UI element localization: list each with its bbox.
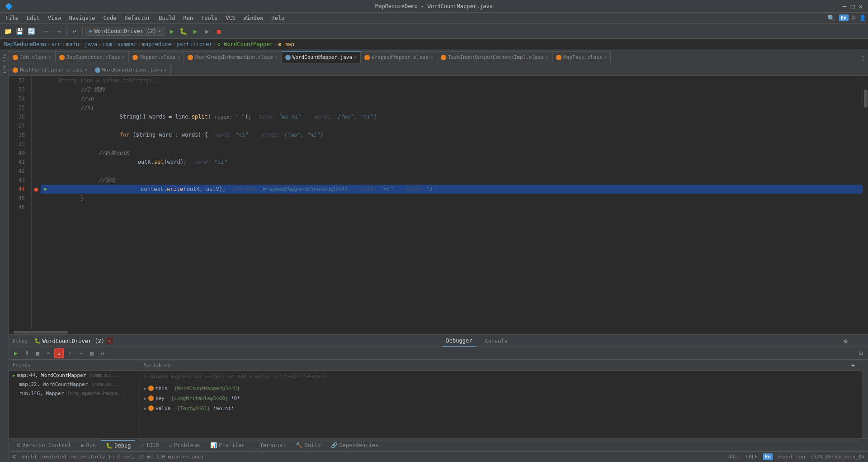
run-config-dropdown[interactable]: ▶ WordCountDriver (2) ▾ xyxy=(85,27,165,36)
pause-button[interactable]: ⏸ xyxy=(22,348,32,358)
debug-minimize-button[interactable]: ─ xyxy=(854,336,864,346)
menu-run[interactable]: Run xyxy=(179,14,197,22)
close-button[interactable]: ✕ xyxy=(857,3,864,10)
tab-job-class[interactable]: Job.class ✕ xyxy=(9,51,56,63)
breadcrumb-partitioner[interactable]: partitioner xyxy=(176,41,212,48)
tab-mapper[interactable]: Mapper.class ✕ xyxy=(129,51,184,63)
breadcrumb-mapreducedemo[interactable]: MapReduceDemo xyxy=(4,41,46,48)
debug-button[interactable]: 🐛 xyxy=(179,26,189,36)
step-into-button[interactable]: ↓ xyxy=(54,348,64,358)
tab-wrappedmapper[interactable]: WrappedMapper.class ✕ xyxy=(361,51,437,63)
step-over-button[interactable]: ↷ xyxy=(43,348,53,358)
tab-close-hashpartitioner[interactable]: ✕ xyxy=(85,67,87,72)
breadcrumb-main[interactable]: main xyxy=(66,41,79,48)
tab-usergroupinfo[interactable]: UserGroupInformation.class ✕ xyxy=(184,51,281,63)
bottom-tab-run[interactable]: ▶ Run xyxy=(76,440,100,450)
breadcrumb-mapreduce[interactable]: mapreduce xyxy=(142,41,171,48)
bottom-tab-terminal[interactable]: _ Terminal xyxy=(250,440,290,450)
breadcrumb-map[interactable]: ⚙ map xyxy=(278,41,294,48)
editor-hscrollbar[interactable] xyxy=(9,330,868,334)
search-icon[interactable]: 🔍 xyxy=(826,13,836,23)
save-all-button[interactable]: 💾 xyxy=(14,26,24,36)
tabs-overflow-button[interactable]: ⋮ xyxy=(858,53,868,63)
project-icon[interactable]: 📁 xyxy=(3,26,13,36)
step-out-button[interactable]: ↑ xyxy=(65,348,75,358)
tab-close-jobsubmitter[interactable]: ✕ xyxy=(122,55,125,60)
menu-help[interactable]: Help xyxy=(268,14,288,22)
frame-item-0[interactable]: ▶ map:44, WordCountMapper (com.su... xyxy=(9,371,140,380)
breadcrumb-summer[interactable]: summer xyxy=(117,41,137,48)
code-content[interactable]: String line = value.toString(); //2 切割 /… xyxy=(41,76,863,330)
tab-jobsubmitter[interactable]: JobSubmitter.class ✕ xyxy=(56,51,129,63)
bottom-tab-todo[interactable]: ✓ TODO xyxy=(136,440,163,450)
stop-button[interactable]: ■ xyxy=(214,26,224,36)
tab-hashpartitioner[interactable]: HashPartitioner.class ✕ xyxy=(9,64,91,76)
run-to-cursor-button[interactable]: ⇢ xyxy=(76,348,86,358)
bottom-tab-problems[interactable]: ⚠ Problems xyxy=(165,440,205,450)
add-watch-button[interactable]: + xyxy=(848,360,858,370)
project-sidebar-toggle[interactable]: Project xyxy=(0,50,9,462)
editor-vscrollbar[interactable] xyxy=(863,76,868,330)
minimize-button[interactable]: ─ xyxy=(841,3,848,10)
menu-build[interactable]: Build xyxy=(155,14,179,22)
coverage-button[interactable]: ▶ xyxy=(190,26,200,36)
rerun-button[interactable]: ↺ xyxy=(98,348,108,358)
resume-button[interactable]: ▶ xyxy=(11,348,21,358)
frame-item-2[interactable]: run:146, Mapper (org.apache.hadoo... xyxy=(9,389,140,398)
frame-item-1[interactable]: map:22, WordCountMapper (com.su... xyxy=(9,380,140,389)
bottom-tab-dependencies[interactable]: 🔗 Dependencies xyxy=(326,440,383,450)
bottom-tab-versioncontrol[interactable]: ⑆ Version Control xyxy=(13,440,75,450)
tab-close-usergroupinfo[interactable]: ✕ xyxy=(275,55,278,60)
breadcrumb-com[interactable]: com xyxy=(102,41,112,48)
window-controls[interactable]: ─ □ ✕ xyxy=(841,3,864,10)
menu-view[interactable]: View xyxy=(44,14,65,22)
menu-tools[interactable]: Tools xyxy=(198,14,221,22)
breadcrumb-wordcountmapper[interactable]: ⚙ WordCountMapper xyxy=(217,41,273,48)
tab-close-wrappedmapper[interactable]: ✕ xyxy=(430,55,433,60)
frames-expand-button[interactable]: ⊞ xyxy=(856,348,866,358)
tab-close-maptask[interactable]: ✕ xyxy=(604,55,607,60)
back-button[interactable]: ← xyxy=(42,26,52,36)
debug-tab-console[interactable]: Console xyxy=(480,336,512,346)
forward-button[interactable]: → xyxy=(54,26,64,36)
tab-wordcountmapper[interactable]: WordCountMapper.java ✕ xyxy=(282,51,361,63)
menu-window[interactable]: Window xyxy=(240,14,267,22)
menu-code[interactable]: Code xyxy=(100,14,120,22)
maximize-button[interactable]: □ xyxy=(849,3,856,10)
var-item-this[interactable]: ▶ this = {WordCountMapper@3448} xyxy=(140,383,862,393)
event-log[interactable]: Event Log xyxy=(778,454,805,460)
debug-close-button[interactable]: ✕ xyxy=(106,338,113,344)
code-editor[interactable]: 32 ▽ 33 34 ▷ 35 36 37 ▽ 38 39 40 41 xyxy=(9,76,868,330)
tab-wordcountdriver[interactable]: WordCountDriver.java ✕ xyxy=(91,64,170,76)
menu-navigate[interactable]: Navigate xyxy=(66,14,99,22)
evaluate-button[interactable]: ▦ xyxy=(87,348,97,358)
bottom-tab-build[interactable]: 🔨 Build xyxy=(291,440,325,450)
tab-taskinputoutput[interactable]: TaskInputOutputContextImpl.class ✕ xyxy=(437,51,552,63)
debug-tab-debugger[interactable]: Debugger xyxy=(442,336,477,347)
profile-button[interactable]: ▶ xyxy=(202,26,212,36)
menu-file[interactable]: File xyxy=(2,14,22,22)
menu-vcs[interactable]: VCS xyxy=(222,14,239,22)
undo-button[interactable]: ↩ xyxy=(70,26,80,36)
breadcrumb-java[interactable]: java xyxy=(84,41,97,48)
debug-settings-button[interactable]: ⚙ xyxy=(841,336,851,346)
var-item-key[interactable]: ▶ key = {LongWritable@3460} *0* xyxy=(140,393,862,403)
hscroll-thumb[interactable] xyxy=(14,331,68,333)
bottom-tab-debug[interactable]: 🐛 Debug xyxy=(101,440,135,451)
sync-button[interactable]: 🔄 xyxy=(26,26,36,36)
watch-input-area[interactable]: Evaluate expression (Enter) or add a wat… xyxy=(140,371,862,383)
bottom-tab-profiler[interactable]: 📊 Profiler xyxy=(206,440,250,450)
tab-close-mapper[interactable]: ✕ xyxy=(177,55,180,60)
tab-maptask[interactable]: MapTask.class ✕ xyxy=(552,51,611,63)
breadcrumb-src[interactable]: src xyxy=(51,41,61,48)
tab-close-job[interactable]: ✕ xyxy=(49,55,52,60)
var-item-value[interactable]: ▶ value = {Text@3461} *wo ni* xyxy=(140,403,862,413)
tab-close-wordcountmapper[interactable]: ✕ xyxy=(354,55,357,60)
tab-close-taskinputoutput[interactable]: ✕ xyxy=(546,55,548,60)
stop-debug-button[interactable]: ■ xyxy=(33,348,42,358)
tab-close-wordcountdriver[interactable]: ✕ xyxy=(164,67,167,72)
vscroll-thumb[interactable] xyxy=(864,90,868,108)
menu-edit[interactable]: Edit xyxy=(23,14,43,22)
run-button[interactable]: ▶ xyxy=(167,26,177,36)
menu-refactor[interactable]: Refactor xyxy=(121,14,154,22)
